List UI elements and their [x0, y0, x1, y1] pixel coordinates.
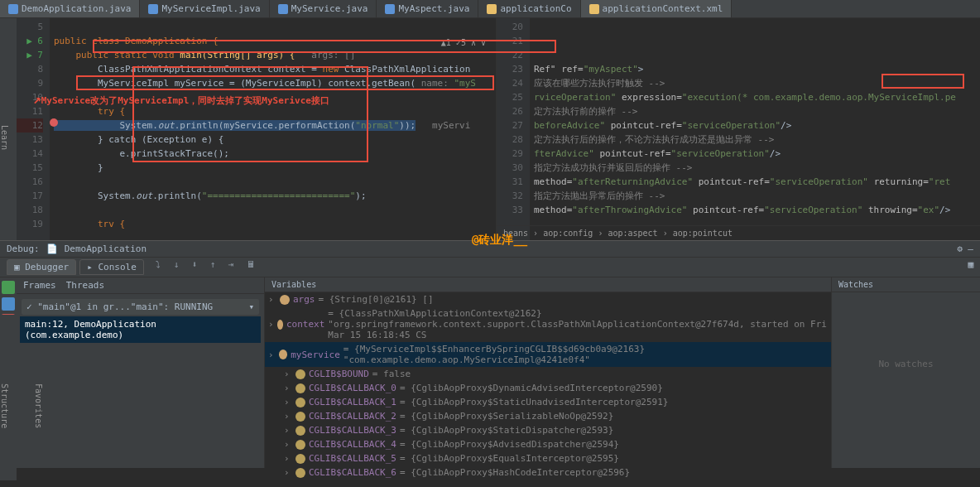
variables-list[interactable]: › args = {String[0]@2161} []› context = …: [265, 292, 831, 480]
step-over-icon[interactable]: ⤵: [156, 259, 169, 272]
breadcrumb[interactable]: beans › aop:config › aop:aspect › aop:po…: [497, 225, 980, 240]
variable-row[interactable]: › CGLIB$CALLBACK_3 = {CglibAopProxy$Stat…: [265, 423, 831, 437]
threads-tab[interactable]: Threads: [66, 280, 104, 291]
gutter: 5▶ 6▶ 78910111213141516171819: [17, 18, 50, 240]
xml-file-icon: [487, 4, 497, 14]
frames-panel: FramesThreads ✓ "main"@1 in gr..."main":…: [17, 277, 265, 468]
tab-applicationcontext[interactable]: applicationContext.xml: [581, 0, 733, 17]
debug-label: Debug:: [7, 244, 40, 254]
editor-tabs: DemoApplication.java MyServiceImpl.java …: [0, 0, 980, 18]
watches-panel: Watches No watches: [831, 277, 980, 468]
variable-row[interactable]: › context = {ClassPathXmlApplicationCont…: [265, 306, 831, 342]
variables-header: Variables: [265, 277, 831, 292]
step-into-icon[interactable]: ↓: [174, 259, 187, 272]
thread-selector[interactable]: ✓ "main"@1 in gr..."main": RUNNING▾: [22, 299, 259, 315]
tab-myservice[interactable]: MyService.java: [270, 0, 377, 17]
debug-toolbar: ⤵ ↓ ⬇ ↑ ⇥ 🖩: [156, 259, 260, 275]
xml-content: Ref" ref="myAspect"> 应该在哪些方法执行时触发 --> rv…: [534, 18, 980, 231]
tab-structure[interactable]: Structure: [0, 383, 9, 428]
step-into-force-icon[interactable]: ⬇: [192, 259, 205, 272]
debugger-tab[interactable]: ▣ Debugger: [7, 259, 76, 275]
breakpoint-icon[interactable]: [50, 118, 58, 127]
step-out-icon[interactable]: ↑: [210, 259, 223, 272]
java-file-icon: [278, 4, 288, 14]
watermark: @砖业洋__: [472, 233, 527, 248]
run-to-cursor-icon[interactable]: ⇥: [228, 259, 242, 272]
variable-row[interactable]: › CGLIB$CALLBACK_4 = {CglibAopProxy$Advi…: [265, 437, 831, 451]
debug-panel: Debug: 📄 DemoApplication ⚙ — ▣ Debugger …: [0, 240, 980, 468]
tab-favorites[interactable]: Favorites: [34, 383, 43, 428]
variable-row[interactable]: › CGLIB$CALLBACK_1 = {CglibAopProxy$Stat…: [265, 395, 831, 409]
variable-row[interactable]: › CGLIB$BOUND = false: [265, 367, 831, 381]
annotation-box-2: [882, 74, 964, 89]
tab-myserviceimpl[interactable]: MyServiceImpl.java: [140, 0, 269, 17]
variable-row[interactable]: › CGLIB$CALLBACK_6 = {CglibAopProxy$Hash…: [265, 465, 831, 480]
java-file-icon: [8, 4, 18, 14]
variable-row[interactable]: › CGLIB$CALLBACK_0 = {CglibAopProxy$Dyna…: [265, 381, 831, 395]
variable-row[interactable]: › CGLIB$CALLBACK_2 = {CglibAopProxy$Seri…: [265, 409, 831, 423]
xml-file-icon: [589, 4, 599, 14]
java-file-icon: [385, 4, 395, 14]
variables-panel: Variables › args = {String[0]@2161} []› …: [265, 277, 831, 468]
tab-learn[interactable]: Learn: [0, 125, 9, 150]
no-watches-label: No watches: [832, 292, 980, 369]
tab-applicationco[interactable]: applicationCo: [478, 0, 580, 17]
layout-icon[interactable]: ▦: [968, 259, 973, 275]
tool-window-tabs-left-bottom: Structure Favorites: [0, 315, 17, 480]
tab-myaspect[interactable]: MyAspect.java: [377, 0, 478, 17]
tool-window-tabs-left: Learn Project: [0, 18, 17, 240]
right-editor[interactable]: 2021222324252627282930313233 Ref" ref="m…: [497, 18, 980, 240]
variable-row[interactable]: › CGLIB$CALLBACK_5 = {CglibAopProxy$Equa…: [265, 451, 831, 465]
variable-row[interactable]: › myService = {MyServiceImpl$$EnhancerBy…: [265, 342, 831, 367]
resume-button[interactable]: [2, 281, 15, 294]
console-tab[interactable]: ▸ Console: [79, 259, 144, 275]
stack-frame[interactable]: main:12, DemoApplication (com.example.de…: [20, 316, 261, 343]
pause-button[interactable]: [2, 297, 15, 311]
watches-header: Watches: [832, 277, 980, 292]
evaluate-icon[interactable]: 🖩: [247, 259, 260, 272]
variable-row[interactable]: › args = {String[0]@2161} []: [265, 292, 831, 306]
frames-tab[interactable]: Frames: [23, 280, 56, 291]
annotation-box-4: [132, 66, 368, 162]
tab-demoapplication[interactable]: DemoApplication.java: [0, 0, 140, 17]
annotation-box-3: [93, 40, 556, 53]
settings-icon[interactable]: ⚙ —: [957, 244, 973, 254]
java-file-icon: [148, 4, 158, 14]
